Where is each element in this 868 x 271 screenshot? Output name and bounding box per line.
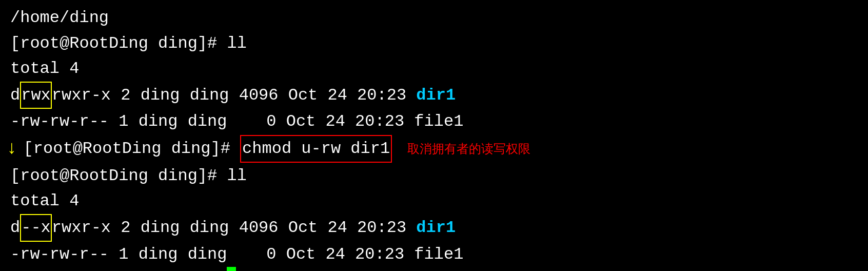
ls-d-prefix-1: d	[10, 83, 20, 108]
ls-rwx-highlight-1: rwx	[20, 82, 52, 109]
line-total-2: total 4	[10, 188, 858, 214]
dirname-2: dir1	[416, 215, 456, 241]
ls-rwx-highlight-2: --x	[20, 214, 52, 242]
line-cmd-2: [root@RootDing ding]# ll	[10, 163, 858, 189]
dirname-1: dir1	[416, 83, 456, 108]
line-cmd-1: [root@RootDing ding]# ll	[10, 31, 858, 56]
line-file1-1: -rw-rw-r-- 1 ding ding 0 Oct 24 20:23 fi…	[10, 109, 858, 134]
cmd-ll-2: ll	[227, 163, 246, 189]
cmd-ll-1: ll	[227, 31, 246, 56]
annotation-chmod: 取消拥有者的读写权限	[407, 139, 530, 158]
arrow-left-1: ↓	[6, 134, 17, 163]
prompt-1: [root@RootDing ding]#	[10, 31, 227, 56]
ls-file1-1: -rw-rw-r-- 1 ding ding 0 Oct 24 20:23 fi…	[10, 109, 463, 134]
ls-d-prefix-2: d	[10, 215, 20, 241]
terminal: /home/ding [root@RootDing ding]# ll tota…	[0, 0, 868, 271]
line-path: /home/ding	[10, 5, 858, 31]
ls-dir1-suffix-2: rwxr-x 2 ding ding 4096 Oct 24 20:23	[52, 215, 417, 241]
total-text-2: total 4	[10, 188, 79, 214]
ls-dir1-suffix-1: rwxr-x 2 ding ding 4096 Oct 24 20:23	[52, 83, 417, 108]
prompt-final: [root@RootDing ding]#	[10, 267, 227, 271]
line-prompt-cursor: [root@RootDing ding]#	[10, 267, 858, 271]
cmd-chmod: chmod u-rw dir1	[240, 135, 392, 163]
total-text-1: total 4	[10, 56, 79, 82]
cursor-block	[227, 267, 236, 271]
prompt-chmod: [root@RootDing ding]#	[24, 136, 240, 162]
ls-file1-2: -rw-rw-r-- 1 ding ding 0 Oct 24 20:23 fi…	[10, 242, 463, 267]
prompt-2: [root@RootDing ding]#	[10, 163, 227, 189]
path-text: /home/ding	[10, 5, 109, 31]
line-dir1-1: drwxrwxr-x 2 ding ding 4096 Oct 24 20:23…	[10, 82, 858, 109]
line-chmod: ↓ [root@RootDing ding]# chmod u-rw dir1 …	[10, 134, 858, 163]
line-file1-2: -rw-rw-r-- 1 ding ding 0 Oct 24 20:23 fi…	[10, 242, 858, 267]
line-dir1-2: d--xrwxr-x 2 ding ding 4096 Oct 24 20:23…	[10, 214, 858, 242]
line-total-1: total 4	[10, 56, 858, 82]
